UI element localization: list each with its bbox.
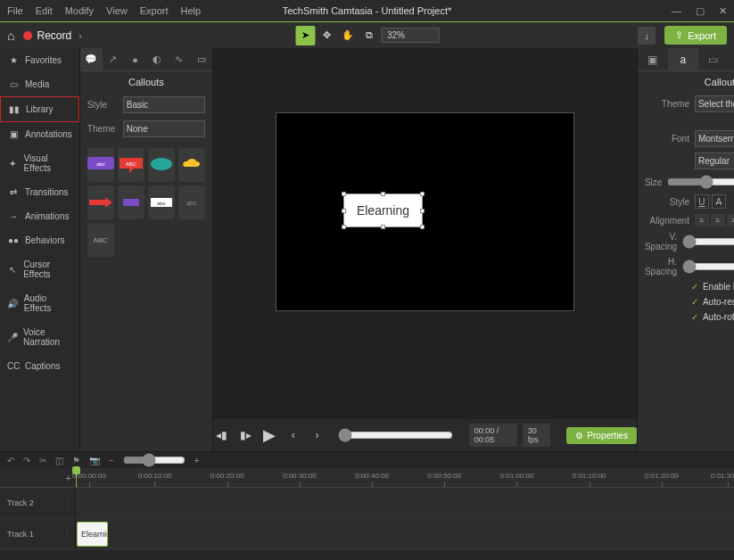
hspacing-slider[interactable] [682,259,734,274]
panel-title: Callouts [80,71,212,93]
sidebar-item-visual-effects[interactable]: ✦Visual Effects [0,146,79,180]
download-icon[interactable]: ↓ [638,27,656,45]
callout-thumb[interactable] [118,185,144,219]
redo-icon[interactable]: ↷ [23,456,30,465]
track-2-header[interactable]: Track 2⋮ [0,488,76,518]
callout-thumb[interactable]: ABC [87,223,114,257]
camera-icon[interactable]: 📷 [89,456,100,465]
next-marker-button[interactable]: › [309,425,326,445]
props-tab-text-icon[interactable]: a [668,48,698,70]
undo-icon[interactable]: ↶ [7,456,14,465]
properties-button[interactable]: ⚙Properties [566,427,637,444]
menu-edit[interactable]: Edit [36,5,53,16]
autoresize-checkbox[interactable]: ✓Auto-resize Text [638,294,734,309]
props-theme-select[interactable]: Select theme... [695,95,734,112]
sidebar-item-media[interactable]: ▭Media [0,72,79,96]
media-icon: ▭ [7,79,20,89]
track-1-header[interactable]: Track 1⋮ [0,519,76,549]
zoom-select[interactable]: 32% [381,28,439,43]
prev-marker-button[interactable]: ‹ [285,425,301,445]
tab-shapes-icon[interactable]: ● [124,48,146,70]
export-button[interactable]: ⇪Export [664,26,727,45]
mic-icon: 🎤 [7,333,18,342]
align-center-button[interactable]: ≡ [711,214,725,226]
callout-thumb[interactable] [178,148,205,182]
props-tab-callout-icon[interactable]: ▭ [698,48,729,70]
sidebar-item-library[interactable]: ▮▮Library [0,96,79,122]
crop-tool-icon[interactable]: ⧉ [359,26,379,45]
track-2[interactable]: Track 2⋮ [0,488,734,519]
timeline-clip[interactable]: Elearning [77,522,108,547]
props-weight-select[interactable]: Regular [695,152,734,169]
cut-icon[interactable]: ✂ [39,456,46,465]
align-right-button[interactable]: ≡ [727,214,734,226]
add-track-button[interactable]: + [0,468,76,487]
menu-modify[interactable]: Modify [65,5,94,16]
marker-icon[interactable]: ⚑ [72,456,80,465]
tab-keystroke-icon[interactable]: ▭ [190,48,212,70]
sidebar-item-captions[interactable]: CCCaptions [0,354,79,378]
home-icon[interactable]: ⌂ [7,29,14,43]
menu-view[interactable]: View [106,5,128,16]
menu-file[interactable]: File [7,5,23,16]
playback-slider[interactable] [338,428,453,442]
wand-icon: ✦ [7,159,19,169]
prev-frame-button[interactable]: ◂▮ [213,425,230,445]
maximize-icon[interactable]: ▢ [696,5,705,17]
menu-help[interactable]: Help [181,5,202,16]
theme-select[interactable]: None [123,120,205,137]
sidebar-item-favorites[interactable]: ★Favorites [0,48,79,72]
track-1[interactable]: Track 1⋮ Elearning [0,519,734,550]
tab-blur-icon[interactable]: ◐ [146,48,169,70]
sidebar-item-voice-narration[interactable]: 🎤Voice Narration [0,320,79,354]
callout-thumb[interactable]: abc [148,185,175,219]
pan-tool-icon[interactable]: ✋ [338,26,358,45]
play-button[interactable]: ▶ [260,425,277,445]
svg-text:abc: abc [96,161,105,167]
svg-rect-4 [123,199,139,206]
tab-sketch-icon[interactable]: ∿ [169,48,191,70]
minimize-icon[interactable]: — [672,5,681,17]
sidebar-item-transitions[interactable]: ⇄Transitions [0,180,79,204]
close-icon[interactable]: ✕ [719,5,727,17]
tab-callouts-icon[interactable]: 💬 [80,48,103,70]
sidebar-item-behaviors[interactable]: ●●Behaviors [0,228,79,252]
props-font-select[interactable]: Montserrat [695,130,734,147]
callout-thumb[interactable] [148,148,175,182]
sidebar-item-annotations[interactable]: ▣Annotations [0,122,79,146]
callout-thumb[interactable]: ABC [118,148,144,182]
zoom-in-icon[interactable]: + [194,456,200,465]
canvas[interactable]: Elearning [276,112,574,311]
move-tool-icon[interactable]: ✥ [317,26,336,45]
timeline-zoom-slider[interactable] [123,453,186,467]
callout-object[interactable]: Elearning [343,194,423,227]
left-sidebar: ★Favorites ▭Media ▮▮Library ▣Annotations… [0,48,80,451]
menu-export[interactable]: Export [140,5,169,16]
track-options-icon[interactable]: ⋮ [63,530,71,539]
tab-arrows-icon[interactable]: ↗ [103,48,125,70]
size-slider[interactable] [667,175,734,189]
record-button[interactable]: Record [37,29,71,42]
callout-thumb[interactable]: abc [178,185,205,219]
props-align-label: Alignment [645,216,689,226]
align-left-button[interactable]: ≡ [695,214,709,226]
sidebar-item-cursor-effects[interactable]: ↖Cursor Effects [0,252,79,286]
props-tab-visual-icon[interactable]: ▣ [638,48,668,70]
split-icon[interactable]: ◫ [55,456,63,465]
sidebar-item-animations[interactable]: →Animations [0,204,79,228]
underline-button[interactable]: U [695,194,709,209]
strikethrough-button[interactable]: A [712,194,726,209]
track-options-icon[interactable]: ⋮ [63,498,71,507]
pointer-tool-icon[interactable]: ➤ [295,26,315,45]
callout-thumb[interactable]: abc [87,148,114,182]
callout-thumb[interactable] [87,185,114,219]
timeline-ruler[interactable]: 0:00:00:00 0:00:10:00 0:00:20:00 0:00:30… [76,468,734,487]
ligatures-checkbox[interactable]: ✓Enable Font Ligatures [638,279,734,294]
zoom-out-icon[interactable]: − [109,456,114,465]
vspacing-slider[interactable] [682,235,734,249]
sidebar-item-audio-effects[interactable]: 🔊Audio Effects [0,286,79,320]
autorotate-checkbox[interactable]: ✓Auto-rotate Text [638,309,734,325]
next-frame-button[interactable]: ▮▸ [237,425,254,445]
record-menu-chevron-icon[interactable]: › [78,30,82,41]
style-select[interactable]: Basic [123,96,205,113]
